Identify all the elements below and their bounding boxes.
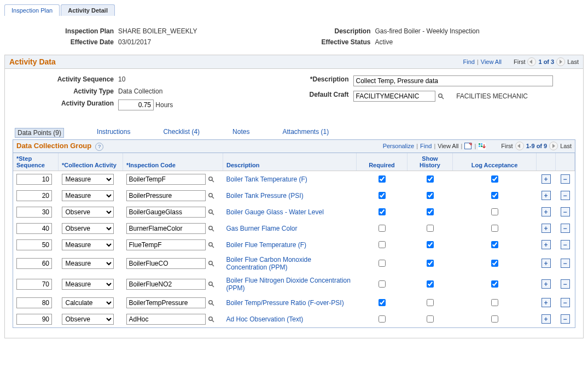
subtab-instructions[interactable]: Instructions — [97, 128, 130, 138]
row-description-link[interactable]: Boiler Flue Nitrogen Dioxide Concentrati… — [226, 277, 351, 292]
inspection-code-input[interactable] — [126, 190, 206, 201]
step-sequence-input[interactable] — [16, 223, 52, 234]
inspection-code-lookup-icon[interactable] — [207, 241, 215, 249]
step-sequence-input[interactable] — [16, 258, 52, 269]
delete-row-button[interactable]: − — [561, 174, 570, 184]
show-history-checkbox[interactable] — [427, 241, 434, 248]
col-description[interactable]: Description — [223, 153, 357, 171]
collection-activity-select[interactable]: MeasureObserveCalculate — [62, 190, 114, 201]
delete-row-button[interactable]: − — [561, 279, 570, 289]
inspection-code-lookup-icon[interactable] — [207, 315, 215, 323]
row-description-link[interactable]: Boiler Tank Pressure (PSI) — [226, 192, 304, 200]
add-row-button[interactable]: + — [542, 259, 551, 268]
required-checkbox[interactable] — [379, 208, 386, 215]
inspection-code-lookup-icon[interactable] — [207, 260, 215, 267]
add-row-button[interactable]: + — [542, 224, 551, 233]
row-description-link[interactable]: Boiler Gauge Glass - Water Level — [226, 208, 324, 216]
collection-activity-select[interactable]: MeasureObserveCalculate — [62, 207, 114, 218]
required-checkbox[interactable] — [379, 315, 386, 323]
show-history-checkbox[interactable] — [427, 280, 434, 288]
add-row-button[interactable]: + — [542, 279, 551, 289]
step-sequence-input[interactable] — [16, 207, 52, 218]
log-acceptance-checkbox[interactable] — [491, 299, 498, 306]
inspection-code-lookup-icon[interactable] — [207, 208, 215, 216]
subtab-data-points[interactable]: Data Points (9) — [15, 128, 64, 138]
help-icon[interactable]: ? — [95, 143, 103, 151]
show-history-checkbox[interactable] — [427, 192, 434, 199]
activity-duration-input[interactable] — [118, 99, 154, 110]
grid-next-icon[interactable] — [549, 142, 558, 150]
required-checkbox[interactable] — [379, 241, 386, 248]
delete-row-button[interactable]: − — [561, 240, 570, 249]
log-acceptance-checkbox[interactable] — [491, 241, 498, 248]
inspection-code-input[interactable] — [126, 223, 206, 234]
delete-row-button[interactable]: − — [561, 298, 570, 307]
collection-activity-select[interactable]: MeasureObserveCalculate — [62, 314, 114, 325]
subtab-notes[interactable]: Notes — [232, 128, 249, 138]
row-description-link[interactable]: Boiler Temp/Pressure Ratio (F-over-PSI) — [226, 299, 344, 307]
activity-viewall-link[interactable]: View All — [481, 58, 502, 65]
tab-activity-detail[interactable]: Activity Detail — [61, 4, 115, 16]
step-sequence-input[interactable] — [16, 314, 52, 325]
inspection-code-input[interactable] — [126, 297, 206, 308]
row-description-link[interactable]: Gas Burner Flame Color — [226, 225, 298, 232]
required-checkbox[interactable] — [379, 225, 386, 232]
log-acceptance-checkbox[interactable] — [491, 315, 498, 323]
show-history-checkbox[interactable] — [427, 260, 434, 267]
show-history-checkbox[interactable] — [427, 225, 434, 232]
row-description-link[interactable]: Boiler Tank Temperature (F) — [226, 175, 307, 183]
log-acceptance-checkbox[interactable] — [491, 175, 498, 183]
col-collection-activity[interactable]: *Collection Activity — [59, 153, 123, 171]
default-craft-input[interactable] — [353, 91, 435, 102]
col-show-history[interactable]: Show History — [407, 153, 453, 171]
add-row-button[interactable]: + — [542, 298, 551, 307]
delete-row-button[interactable]: − — [561, 191, 570, 200]
step-sequence-input[interactable] — [16, 174, 52, 185]
row-description-link[interactable]: Boiler Flue Temperature (F) — [226, 241, 307, 249]
collection-activity-select[interactable]: MeasureObserveCalculate — [62, 297, 114, 308]
col-inspection-code[interactable]: *Inspection Code — [123, 153, 223, 171]
add-row-button[interactable]: + — [542, 174, 551, 184]
inspection-code-lookup-icon[interactable] — [207, 280, 215, 288]
required-checkbox[interactable] — [379, 260, 386, 267]
zoom-icon[interactable] — [464, 143, 472, 150]
grid-prev-icon[interactable] — [515, 142, 524, 150]
delete-row-button[interactable]: − — [561, 207, 570, 216]
step-sequence-input[interactable] — [16, 190, 52, 201]
inspection-code-input[interactable] — [126, 258, 206, 269]
step-sequence-input[interactable] — [16, 279, 52, 290]
required-checkbox[interactable] — [379, 299, 386, 306]
add-row-button[interactable]: + — [542, 314, 551, 324]
inspection-code-input[interactable] — [126, 207, 206, 218]
collection-activity-select[interactable]: MeasureObserveCalculate — [62, 174, 114, 185]
log-acceptance-checkbox[interactable] — [491, 225, 498, 232]
tab-inspection-plan[interactable]: Inspection Plan — [4, 4, 60, 16]
required-checkbox[interactable] — [379, 280, 386, 288]
activity-prev-icon[interactable] — [527, 57, 536, 66]
subtab-checklist[interactable]: Checklist (4) — [163, 128, 200, 138]
col-log-acceptance[interactable]: Log Acceptance — [453, 153, 537, 171]
activity-find-link[interactable]: Find — [463, 58, 474, 65]
step-sequence-input[interactable] — [16, 239, 52, 250]
add-row-button[interactable]: + — [542, 191, 551, 200]
inspection-code-lookup-icon[interactable] — [207, 299, 215, 307]
collection-activity-select[interactable]: MeasureObserveCalculate — [62, 279, 114, 290]
show-history-checkbox[interactable] — [427, 299, 434, 306]
col-step-sequence[interactable]: *Step Sequence — [13, 153, 59, 171]
col-required[interactable]: Required — [357, 153, 407, 171]
delete-row-button[interactable]: − — [561, 314, 570, 324]
grid-find-link[interactable]: Find — [420, 143, 432, 149]
collection-activity-select[interactable]: MeasureObserveCalculate — [62, 258, 114, 269]
inspection-code-input[interactable] — [126, 314, 206, 325]
log-acceptance-checkbox[interactable] — [491, 280, 498, 288]
log-acceptance-checkbox[interactable] — [491, 260, 498, 267]
default-craft-lookup-icon[interactable] — [437, 92, 445, 100]
inspection-code-input[interactable] — [126, 279, 206, 290]
inspection-code-input[interactable] — [126, 174, 206, 185]
grid-personalize-link[interactable]: Personalize — [383, 143, 414, 149]
inspection-code-input[interactable] — [126, 239, 206, 250]
subtab-attachments[interactable]: Attachments (1) — [282, 128, 329, 138]
delete-row-button[interactable]: − — [561, 224, 570, 233]
collection-activity-select[interactable]: MeasureObserveCalculate — [62, 239, 114, 250]
row-description-link[interactable]: Boiler Flue Carbon Monoxide Concentratio… — [226, 256, 311, 271]
